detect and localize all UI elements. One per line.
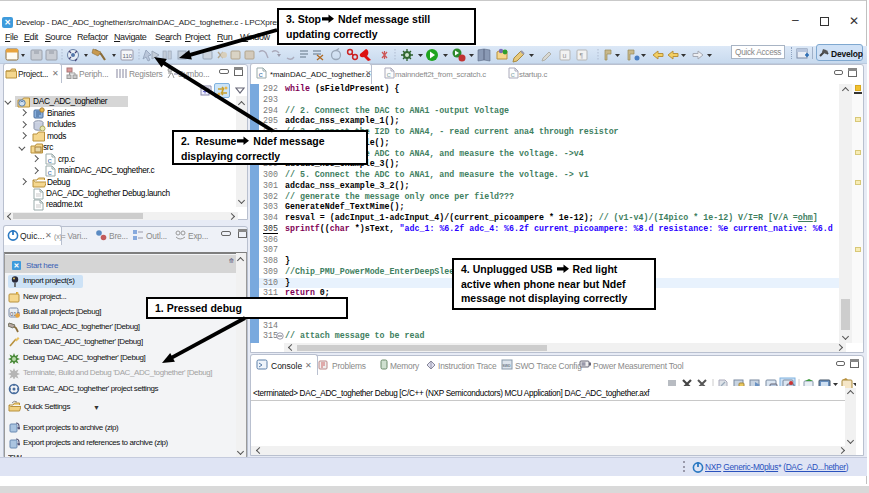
svg-text:c: c [511, 71, 516, 79]
svg-text:c: c [48, 168, 53, 176]
svg-text:110: 110 [123, 53, 133, 59]
svg-text:u: u [563, 52, 567, 59]
svg-text:¶: ¶ [580, 52, 584, 59]
svg-text:c: c [387, 71, 392, 79]
svg-text:swo: swo [503, 363, 511, 368]
svg-text:c: c [48, 157, 53, 165]
svg-text:c: c [259, 71, 264, 79]
